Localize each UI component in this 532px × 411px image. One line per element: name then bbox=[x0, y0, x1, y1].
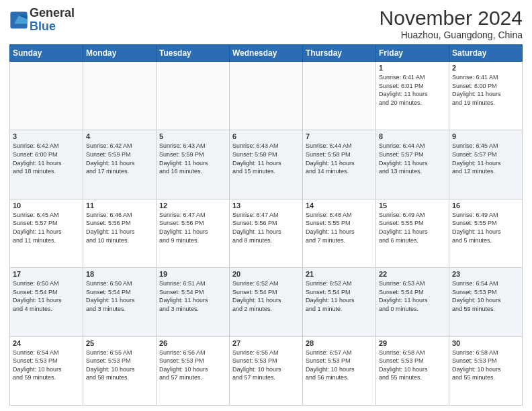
day-cell: 16Sunrise: 6:49 AMSunset: 5:55 PMDayligh… bbox=[449, 199, 523, 267]
day-info: Sunrise: 6:48 AMSunset: 5:55 PMDaylight:… bbox=[306, 211, 373, 244]
day-info: Sunrise: 6:53 AMSunset: 5:54 PMDaylight:… bbox=[379, 279, 446, 313]
day-cell: 14Sunrise: 6:48 AMSunset: 5:55 PMDayligh… bbox=[303, 199, 376, 267]
day-cell bbox=[303, 62, 376, 130]
day-cell: 26Sunrise: 6:56 AMSunset: 5:53 PMDayligh… bbox=[157, 336, 230, 405]
day-number: 30 bbox=[452, 339, 519, 347]
month-title: November 2024 bbox=[380, 7, 523, 30]
col-header-monday: Monday bbox=[83, 45, 157, 62]
day-info: Sunrise: 6:47 AMSunset: 5:56 PMDaylight:… bbox=[159, 211, 226, 244]
day-info: Sunrise: 6:44 AMSunset: 5:57 PMDaylight:… bbox=[379, 142, 446, 175]
day-cell: 2Sunrise: 6:41 AMSunset: 6:00 PMDaylight… bbox=[449, 62, 523, 130]
day-number: 2 bbox=[452, 64, 519, 72]
day-number: 10 bbox=[13, 201, 80, 210]
day-number: 17 bbox=[13, 270, 80, 278]
day-info: Sunrise: 6:43 AMSunset: 5:59 PMDaylight:… bbox=[159, 142, 226, 175]
day-cell: 24Sunrise: 6:54 AMSunset: 5:53 PMDayligh… bbox=[10, 336, 83, 405]
day-info: Sunrise: 6:41 AMSunset: 6:01 PMDaylight:… bbox=[379, 73, 446, 107]
day-info: Sunrise: 6:52 AMSunset: 5:54 PMDaylight:… bbox=[232, 279, 300, 313]
day-info: Sunrise: 6:54 AMSunset: 5:53 PMDaylight:… bbox=[452, 279, 519, 313]
day-info: Sunrise: 6:51 AMSunset: 5:54 PMDaylight:… bbox=[159, 279, 226, 313]
day-cell: 8Sunrise: 6:44 AMSunset: 5:57 PMDaylight… bbox=[376, 130, 449, 199]
day-cell: 20Sunrise: 6:52 AMSunset: 5:54 PMDayligh… bbox=[230, 268, 303, 336]
day-info: Sunrise: 6:42 AMSunset: 6:00 PMDaylight:… bbox=[13, 142, 80, 175]
header: General Blue November 2024 Huazhou, Guan… bbox=[9, 7, 523, 40]
day-cell: 12Sunrise: 6:47 AMSunset: 5:56 PMDayligh… bbox=[157, 199, 230, 267]
day-number: 21 bbox=[306, 270, 373, 278]
day-number: 3 bbox=[13, 132, 80, 140]
day-cell: 22Sunrise: 6:53 AMSunset: 5:54 PMDayligh… bbox=[376, 268, 449, 336]
day-number: 28 bbox=[306, 339, 373, 347]
day-cell: 5Sunrise: 6:43 AMSunset: 5:59 PMDaylight… bbox=[157, 130, 230, 199]
week-row-3: 17Sunrise: 6:50 AMSunset: 5:54 PMDayligh… bbox=[10, 268, 523, 336]
day-cell: 15Sunrise: 6:49 AMSunset: 5:55 PMDayligh… bbox=[376, 199, 449, 267]
day-number: 27 bbox=[232, 339, 300, 347]
day-cell bbox=[157, 62, 230, 130]
col-header-tuesday: Tuesday bbox=[157, 45, 230, 62]
day-cell: 18Sunrise: 6:50 AMSunset: 5:54 PMDayligh… bbox=[83, 268, 157, 336]
day-cell bbox=[230, 62, 303, 130]
day-number: 14 bbox=[306, 201, 373, 210]
col-header-wednesday: Wednesday bbox=[230, 45, 303, 62]
day-cell: 29Sunrise: 6:58 AMSunset: 5:53 PMDayligh… bbox=[376, 336, 449, 405]
day-cell: 27Sunrise: 6:56 AMSunset: 5:53 PMDayligh… bbox=[230, 336, 303, 405]
day-number: 26 bbox=[159, 339, 226, 347]
day-number: 29 bbox=[379, 339, 446, 347]
day-number: 18 bbox=[86, 270, 153, 278]
logo-general: General bbox=[30, 7, 75, 20]
day-number: 16 bbox=[452, 201, 519, 210]
day-info: Sunrise: 6:57 AMSunset: 5:53 PMDaylight:… bbox=[306, 349, 373, 382]
day-cell: 6Sunrise: 6:43 AMSunset: 5:58 PMDaylight… bbox=[230, 130, 303, 199]
day-info: Sunrise: 6:42 AMSunset: 5:59 PMDaylight:… bbox=[86, 142, 153, 175]
col-header-sunday: Sunday bbox=[10, 45, 83, 62]
day-cell: 30Sunrise: 6:58 AMSunset: 5:53 PMDayligh… bbox=[449, 336, 523, 405]
day-info: Sunrise: 6:45 AMSunset: 5:57 PMDaylight:… bbox=[452, 142, 519, 175]
day-cell: 21Sunrise: 6:52 AMSunset: 5:54 PMDayligh… bbox=[303, 268, 376, 336]
day-number: 1 bbox=[379, 64, 446, 72]
day-cell: 28Sunrise: 6:57 AMSunset: 5:53 PMDayligh… bbox=[303, 336, 376, 405]
day-info: Sunrise: 6:52 AMSunset: 5:54 PMDaylight:… bbox=[306, 279, 373, 313]
day-number: 13 bbox=[232, 201, 300, 210]
day-info: Sunrise: 6:50 AMSunset: 5:54 PMDaylight:… bbox=[86, 279, 153, 313]
week-row-1: 3Sunrise: 6:42 AMSunset: 6:00 PMDaylight… bbox=[10, 130, 523, 199]
day-number: 6 bbox=[232, 132, 300, 140]
col-header-friday: Friday bbox=[376, 45, 449, 62]
col-header-saturday: Saturday bbox=[449, 45, 523, 62]
day-info: Sunrise: 6:45 AMSunset: 5:57 PMDaylight:… bbox=[13, 211, 80, 244]
day-info: Sunrise: 6:49 AMSunset: 5:55 PMDaylight:… bbox=[452, 211, 519, 244]
day-info: Sunrise: 6:58 AMSunset: 5:53 PMDaylight:… bbox=[452, 349, 519, 382]
day-cell bbox=[10, 62, 83, 130]
day-number: 20 bbox=[232, 270, 300, 278]
day-cell: 9Sunrise: 6:45 AMSunset: 5:57 PMDaylight… bbox=[449, 130, 523, 199]
day-info: Sunrise: 6:56 AMSunset: 5:53 PMDaylight:… bbox=[232, 349, 300, 382]
day-number: 12 bbox=[159, 201, 226, 210]
col-header-thursday: Thursday bbox=[303, 45, 376, 62]
calendar-header-row: SundayMondayTuesdayWednesdayThursdayFrid… bbox=[10, 45, 523, 62]
day-number: 4 bbox=[86, 132, 153, 140]
day-number: 15 bbox=[379, 201, 446, 210]
day-cell: 3Sunrise: 6:42 AMSunset: 6:00 PMDaylight… bbox=[10, 130, 83, 199]
logo-icon bbox=[9, 11, 28, 30]
day-cell: 7Sunrise: 6:44 AMSunset: 5:58 PMDaylight… bbox=[303, 130, 376, 199]
day-cell: 11Sunrise: 6:46 AMSunset: 5:56 PMDayligh… bbox=[83, 199, 157, 267]
day-cell: 19Sunrise: 6:51 AMSunset: 5:54 PMDayligh… bbox=[157, 268, 230, 336]
logo-blue: Blue bbox=[30, 20, 75, 34]
day-cell: 17Sunrise: 6:50 AMSunset: 5:54 PMDayligh… bbox=[10, 268, 83, 336]
week-row-0: 1Sunrise: 6:41 AMSunset: 6:01 PMDaylight… bbox=[10, 62, 523, 130]
day-number: 7 bbox=[306, 132, 373, 140]
day-number: 25 bbox=[86, 339, 153, 347]
day-info: Sunrise: 6:58 AMSunset: 5:53 PMDaylight:… bbox=[379, 349, 446, 382]
day-info: Sunrise: 6:44 AMSunset: 5:58 PMDaylight:… bbox=[306, 142, 373, 175]
day-info: Sunrise: 6:54 AMSunset: 5:53 PMDaylight:… bbox=[13, 349, 80, 382]
day-cell: 23Sunrise: 6:54 AMSunset: 5:53 PMDayligh… bbox=[449, 268, 523, 336]
day-info: Sunrise: 6:41 AMSunset: 6:00 PMDaylight:… bbox=[452, 73, 519, 107]
day-cell bbox=[83, 62, 157, 130]
day-info: Sunrise: 6:49 AMSunset: 5:55 PMDaylight:… bbox=[379, 211, 446, 244]
day-number: 22 bbox=[379, 270, 446, 278]
day-info: Sunrise: 6:50 AMSunset: 5:54 PMDaylight:… bbox=[13, 279, 80, 313]
day-cell: 13Sunrise: 6:47 AMSunset: 5:56 PMDayligh… bbox=[230, 199, 303, 267]
location: Huazhou, Guangdong, China bbox=[380, 30, 523, 40]
calendar-table: SundayMondayTuesdayWednesdayThursdayFrid… bbox=[9, 44, 523, 406]
day-number: 5 bbox=[159, 132, 226, 140]
day-cell: 25Sunrise: 6:55 AMSunset: 5:53 PMDayligh… bbox=[83, 336, 157, 405]
day-number: 9 bbox=[452, 132, 519, 140]
